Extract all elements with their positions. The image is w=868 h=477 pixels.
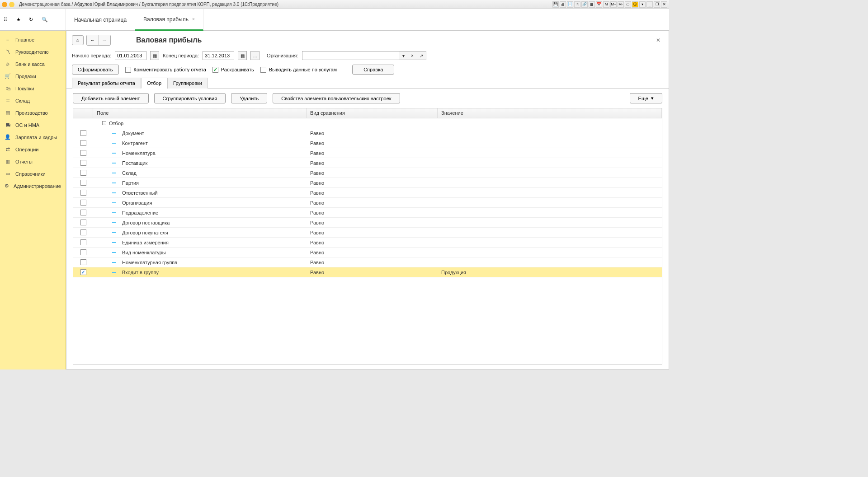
tab-Валовая прибыль[interactable]: Валовая прибыль× (135, 9, 203, 31)
tb-save-icon[interactable]: 💾 (552, 1, 559, 8)
row-checkbox[interactable] (80, 229, 86, 235)
star-icon[interactable]: ★ (16, 17, 23, 23)
row-checkbox[interactable] (80, 239, 86, 245)
row-checkbox[interactable] (80, 269, 86, 275)
search-icon[interactable]: 🔍 (42, 17, 48, 23)
sidebar-item-book[interactable]: ▭Справочники (0, 168, 66, 180)
row-checkbox[interactable] (80, 150, 86, 156)
element-properties-button[interactable]: Свойства элемента пользовательских настр… (273, 93, 400, 103)
sidebar-item-label: Операции (15, 147, 38, 152)
help-button[interactable]: Справка (352, 65, 394, 75)
minimize-button[interactable]: _ (646, 1, 653, 8)
table-row[interactable]: Единица измеренияРавно (73, 238, 662, 248)
add-element-button[interactable]: Добавить новый элемент (73, 93, 149, 103)
table-row[interactable]: ДокументРавно (73, 128, 662, 138)
table-row[interactable]: ОтветственныйРавно (73, 188, 662, 198)
period-end-calendar-icon[interactable]: ▦ (238, 51, 247, 60)
tb-star-icon[interactable]: ☆ (574, 1, 580, 8)
history-icon[interactable]: ↻ (29, 17, 35, 23)
sidebar-item-chart[interactable]: 〽Руководителю (0, 46, 66, 58)
sidebar-item-basket[interactable]: 🛍Покупки (0, 82, 66, 94)
tb-link-icon[interactable]: 🔗 (581, 1, 588, 8)
sidebar-item-bank[interactable]: ⛭Банк и касса (0, 58, 66, 70)
row-checkbox[interactable] (80, 170, 86, 176)
row-checkbox[interactable] (80, 130, 86, 136)
delete-button[interactable]: Удалить (231, 93, 267, 103)
subtab-Результат работы отчета[interactable]: Результат работы отчета (72, 78, 141, 89)
row-checkbox[interactable] (80, 140, 86, 146)
more-button[interactable]: Еще▾ (630, 93, 662, 103)
row-checkbox[interactable] (80, 259, 86, 265)
tb-info-icon[interactable]: ⓘ (632, 1, 638, 8)
org-input[interactable] (302, 51, 399, 60)
table-row[interactable]: КонтрагентРавно (73, 138, 662, 148)
row-checkbox[interactable] (80, 190, 86, 196)
home-button[interactable]: ⌂ (72, 35, 84, 45)
sidebar-item-cart[interactable]: 🛒Продажи (0, 70, 66, 82)
sidebar-item-factory[interactable]: ▤Производство (0, 107, 66, 119)
row-checkbox[interactable] (80, 210, 86, 215)
comment-checkbox[interactable] (125, 67, 131, 73)
table-row[interactable]: Договор покупателяРавно (73, 228, 662, 238)
back-button[interactable]: ← (87, 35, 99, 45)
grid-header-value[interactable]: Значение (438, 108, 662, 118)
grid-group-row[interactable]: −Отбор (73, 118, 662, 128)
tb-dropdown-icon[interactable]: ▾ (639, 1, 646, 8)
row-checkbox[interactable] (80, 160, 86, 166)
generate-button[interactable]: Сформировать (72, 65, 119, 75)
sidebar-item-gear[interactable]: ⚙Администрирование (0, 180, 66, 192)
period-end-input[interactable] (203, 51, 234, 60)
tb-cal-icon[interactable]: 📅 (596, 1, 602, 8)
colorize-checkbox[interactable] (212, 67, 218, 73)
sidebar-item-menu[interactable]: ≡Главное (0, 33, 66, 46)
row-checkbox[interactable] (80, 180, 86, 186)
table-row[interactable]: ОрганизацияРавно (73, 198, 662, 208)
close-window-button[interactable]: ✕ (661, 1, 667, 8)
tab-close-icon[interactable]: × (192, 17, 195, 22)
org-open-button[interactable]: ↗ (417, 51, 426, 60)
grid-icon[interactable]: ⠿ (4, 17, 10, 23)
table-row[interactable]: Вид номенклатурыРавно (73, 248, 662, 257)
forward-button[interactable]: → (99, 35, 110, 45)
subtab-Группировки[interactable]: Группировки (167, 78, 208, 89)
maximize-button[interactable]: ❐ (654, 1, 660, 8)
table-row[interactable]: ПоставщикРавно (73, 158, 662, 168)
table-row[interactable]: ПартияРавно (73, 178, 662, 188)
row-checkbox[interactable] (80, 200, 86, 206)
tree-collapse-icon[interactable]: − (102, 121, 106, 125)
period-start-calendar-icon[interactable]: ▦ (150, 51, 159, 60)
sidebar-item-person[interactable]: 👤Зарплата и кадры (0, 131, 66, 143)
table-row[interactable]: ПодразделениеРавно (73, 208, 662, 218)
period-select-button[interactable]: ... (250, 51, 259, 60)
subtab-Отбор[interactable]: Отбор (141, 78, 167, 89)
table-row[interactable]: Договор поставщикаРавно (73, 218, 662, 228)
grid-header-field[interactable]: Поле (93, 108, 307, 118)
org-clear-button[interactable]: × (408, 51, 417, 60)
tb-m-button[interactable]: M (603, 1, 609, 8)
sidebar-item-ops[interactable]: ⇄Операции (0, 143, 66, 155)
row-checkbox[interactable] (80, 249, 86, 255)
period-start-input[interactable] (115, 51, 146, 60)
row-checkbox[interactable] (80, 220, 86, 225)
table-row[interactable]: Номенклатурная группаРавно (73, 257, 662, 267)
group-conditions-button[interactable]: Сгруппировать условия (154, 93, 226, 103)
services-checkbox[interactable] (260, 67, 266, 73)
sidebar-item-warehouse[interactable]: ≣Склад (0, 94, 66, 107)
tb-panel-icon[interactable]: ▭ (625, 1, 631, 8)
tb-print-icon[interactable]: 🖨 (560, 1, 566, 8)
close-page-button[interactable]: ✕ (656, 37, 660, 43)
tb-doc-icon[interactable]: 📄 (567, 1, 573, 8)
table-row[interactable]: СкладРавно (73, 168, 662, 178)
sidebar-item-truck[interactable]: ⛟ОС и НМА (0, 119, 66, 131)
grid-header-comparison[interactable]: Вид сравнения (307, 108, 438, 118)
table-row[interactable]: Входит в группуРавноПродукция (73, 267, 662, 277)
sidebar-item-bars[interactable]: ▥Отчеты (0, 155, 66, 168)
tb-calc-icon[interactable]: ▦ (589, 1, 595, 8)
app-icon-dropdown[interactable] (9, 2, 14, 7)
tb-mplus-button[interactable]: M+ (610, 1, 617, 8)
org-dropdown-button[interactable]: ▾ (399, 51, 408, 60)
table-row[interactable]: НоменклатураРавно (73, 148, 662, 158)
tab-Начальная страница[interactable]: Начальная страница (66, 9, 135, 31)
value-cell (438, 128, 662, 138)
tb-mminus-button[interactable]: M- (618, 1, 624, 8)
